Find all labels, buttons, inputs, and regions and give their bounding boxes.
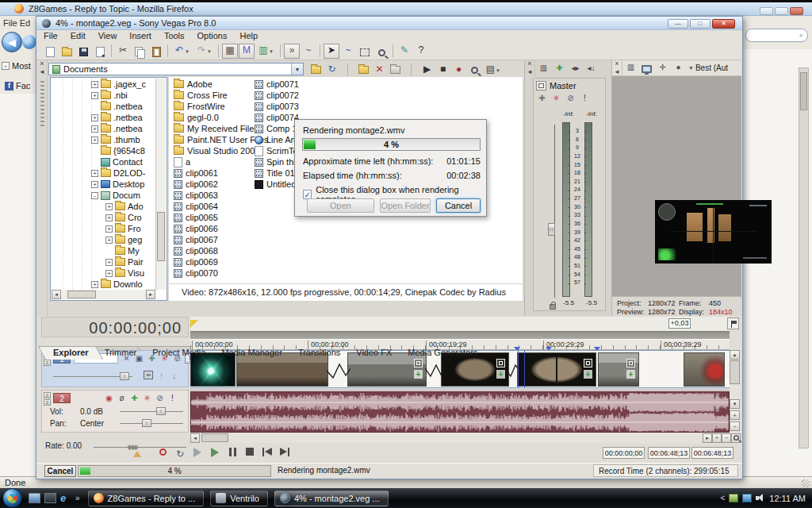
timeline-vertical-scrollbar[interactable]: ▴ ▾ + −	[730, 350, 741, 433]
file-item[interactable]: clip0068	[172, 245, 269, 256]
scroll-right-icon[interactable]: ▸	[146, 290, 155, 299]
meter-peak-right[interactable]: -Inf.	[581, 110, 602, 117]
redo-icon[interactable]: ↷ ▼	[193, 44, 209, 59]
scroll-up-icon[interactable]: ▴	[730, 350, 740, 360]
scrollbar-thumb[interactable]	[67, 291, 96, 298]
track-size-buttons[interactable]: ≡≡	[44, 392, 51, 406]
firefox-menubar[interactable]: File Ed	[3, 18, 30, 28]
bookmarks-toolbar[interactable]: ⌕ Most	[2, 61, 31, 71]
play-button[interactable]	[208, 447, 222, 460]
menu-item[interactable]: File	[37, 30, 64, 42]
tree-item[interactable]: Contact	[52, 156, 155, 167]
save-icon[interactable]	[75, 44, 91, 59]
track-fx-icon[interactable]: ✚	[129, 393, 140, 403]
envelope-tool-icon[interactable]: ~	[340, 44, 356, 59]
vegas-titlebar[interactable]: 4% - montage2.veg - Sony Vegas Pro 8.0 —…	[36, 17, 742, 30]
forward-button[interactable]	[22, 35, 36, 49]
up-one-level-icon[interactable]	[308, 63, 324, 76]
scrollbar-thumb[interactable]	[157, 212, 165, 261]
file-item[interactable]: Spin thi	[253, 156, 299, 167]
auto-ripple-icon[interactable]: »	[284, 44, 300, 59]
cd-layout-bar[interactable]	[190, 331, 730, 339]
zoom-in-track-icon[interactable]: +	[730, 410, 740, 420]
clock[interactable]: 12:11 AM	[769, 494, 806, 503]
tree-toggle[interactable]: +	[105, 214, 113, 221]
dialog-button[interactable]: Open Folder	[380, 198, 431, 213]
refresh-icon[interactable]: ↻	[324, 63, 339, 76]
stop-preview-icon[interactable]: ■	[435, 63, 450, 76]
automation-settings-icon[interactable]: ✳	[551, 94, 561, 102]
audio-track-header[interactable]: ≡≡ 2 ◉ø✚✳⊘! Vol: 0.0 dB ≡ Pan: Center ≡	[41, 390, 189, 433]
cursor-time-display[interactable]: 00:00:00;00	[41, 317, 189, 337]
maximize-button[interactable]: □	[690, 19, 710, 29]
video-event[interactable]: +	[441, 352, 509, 387]
downmix-output-icon[interactable]: ◂▸	[568, 62, 583, 75]
taskbar-task[interactable]: 4% - montage2.veg ...	[274, 491, 389, 506]
tree-item[interactable]: + Pair	[52, 256, 155, 267]
tree-toggle[interactable]: -	[91, 192, 98, 199]
render-cancel-button[interactable]: Cancel	[44, 465, 76, 477]
dialog-button[interactable]: Cancel	[436, 198, 481, 213]
tree-item[interactable]: + D2LOD-	[52, 167, 155, 179]
new-project-icon[interactable]	[42, 44, 58, 59]
tree-toggle[interactable]: +	[105, 237, 113, 244]
scroll-right-icon[interactable]: ▸	[703, 433, 712, 443]
mute-icon[interactable]: ⊘	[565, 94, 576, 102]
audio-event[interactable]	[190, 391, 730, 433]
video-event[interactable]: +	[598, 352, 639, 387]
volume-value[interactable]: 0.0 dB	[80, 407, 103, 416]
video-event[interactable]: +	[236, 352, 328, 387]
file-item[interactable]: Title 01	[253, 167, 299, 179]
collapse-panel-icon[interactable]: ◂	[38, 68, 46, 76]
file-item[interactable]: clip0071	[253, 79, 299, 90]
tree-item[interactable]: - Docum	[52, 190, 155, 201]
tree-item[interactable]: .netbea	[52, 101, 155, 112]
show-desktop-icon[interactable]	[29, 493, 40, 503]
play-from-start-button[interactable]	[190, 447, 205, 460]
scrollbar-thumb[interactable]	[201, 433, 228, 442]
rate-handle[interactable]: ◆◆◆	[127, 443, 136, 451]
menu-item[interactable]: Insert	[123, 30, 158, 42]
insert-bus-icon[interactable]: ▥	[536, 62, 551, 75]
scrollbar-thumb[interactable]	[730, 360, 740, 384]
make-parent-icon[interactable]: ↑	[159, 371, 164, 380]
tree-toggle[interactable]: +	[91, 170, 98, 177]
tray-chevron[interactable]: <	[720, 494, 725, 502]
overflow-chevron[interactable]: »	[75, 494, 80, 502]
volume-slider[interactable]: ≡	[120, 411, 183, 412]
copy-icon[interactable]	[132, 44, 147, 59]
event-pan-crop-icon[interactable]	[496, 359, 505, 368]
internet-explorer-icon[interactable]: e	[60, 493, 70, 503]
start-button[interactable]	[2, 488, 22, 508]
stop-button[interactable]	[243, 447, 257, 460]
taskbar-task[interactable]: Z8Games - Reply to ...	[88, 491, 205, 506]
preview-quality-icon[interactable]: ●	[671, 62, 686, 75]
firefox-scrollbar[interactable]	[799, 67, 809, 448]
arm-record-icon[interactable]: ◉	[104, 393, 114, 403]
delete-icon[interactable]: ✕	[372, 63, 387, 76]
video-event[interactable]: +	[684, 352, 725, 387]
tree-toggle[interactable]: +	[105, 203, 113, 210]
tree-item[interactable]: + .thumb	[52, 134, 155, 145]
lock-envelopes-icon[interactable]: ~	[301, 44, 316, 59]
file-item[interactable]: clip0063	[172, 190, 269, 201]
start-preview-icon[interactable]: ▶	[419, 63, 435, 76]
loop-playback-button[interactable]: ↻	[173, 447, 187, 460]
scrollbar-thumb[interactable]	[800, 72, 807, 110]
menu-item[interactable]: Edit	[64, 30, 92, 42]
tree-item[interactable]: My	[52, 245, 155, 256]
switch-windows-icon[interactable]	[44, 493, 56, 503]
scroll-down-icon[interactable]: ▾	[730, 399, 740, 409]
video-event[interactable]: +	[190, 352, 236, 387]
pan-value[interactable]: Center	[80, 419, 104, 428]
close-button[interactable]: ✕	[712, 19, 735, 29]
file-item[interactable]: ScrimTe	[253, 145, 299, 156]
meter-peak-left[interactable]: -Inf.	[558, 110, 579, 117]
tree-item[interactable]: + .netbea	[52, 123, 155, 134]
firefox-maximize-button[interactable]	[775, 7, 788, 15]
composite-level-slider[interactable]: ≡	[53, 376, 132, 377]
event-pan-crop-icon[interactable]	[626, 359, 635, 368]
tree-item[interactable]: + Visu	[52, 267, 155, 279]
event-paint-icon[interactable]: ✎	[396, 44, 412, 59]
scroll-left-icon[interactable]: ◂	[190, 433, 200, 443]
